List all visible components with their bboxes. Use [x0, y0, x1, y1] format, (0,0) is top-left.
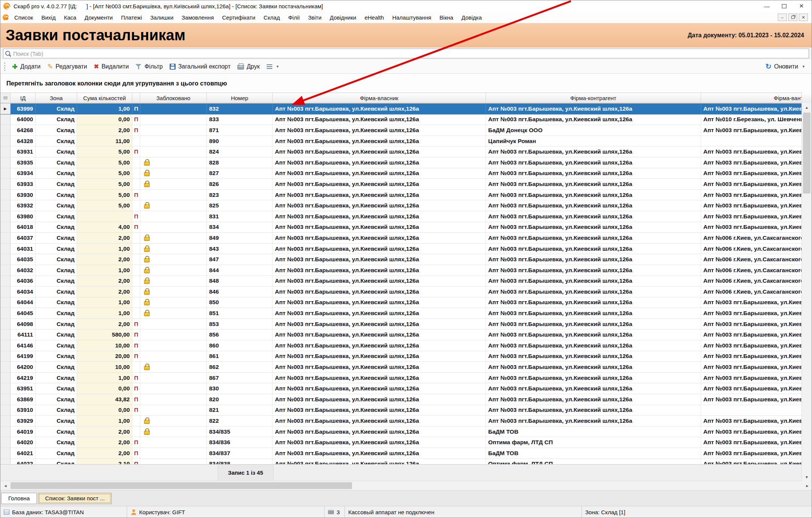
cell-qty: 4,00 — [77, 222, 132, 233]
menu-item-9[interactable]: Філії — [284, 14, 304, 21]
export-button[interactable]: Загальний експорт — [166, 62, 234, 72]
table-row[interactable]: 64032Склад1,00844Апт №003 пгт.Барышевка,… — [0, 265, 802, 276]
cell-qty: 2,00 — [77, 254, 132, 265]
refresh-button[interactable]: ↻Оновити▼ — [762, 61, 809, 72]
vertical-scroll-thumb[interactable] — [803, 113, 810, 193]
scroll-left-button[interactable]: ◄ — [0, 481, 11, 490]
table-row[interactable]: 64036Склад2,00848Апт №003 пгт.Барышевка,… — [0, 276, 802, 287]
table-row[interactable]: 64000Склад0,00П833Апт №003 пгт.Барышевка… — [0, 114, 802, 125]
cell-qty: 5,00 — [77, 200, 132, 211]
table-row[interactable]: 63980СкладП831Апт №003 пгт.Барышевка, ул… — [0, 211, 802, 222]
menu-item-3[interactable]: Документи — [80, 14, 117, 21]
column-header-5[interactable]: Номер — [207, 93, 273, 103]
cell-number: 832 — [207, 104, 273, 114]
table-row[interactable]: 63932Склад5,00825Апт №003 пгт.Барышевка,… — [0, 200, 802, 211]
lock-icon — [144, 269, 150, 273]
scroll-right-button[interactable]: ► — [802, 481, 812, 490]
table-row[interactable]: 63910Склад0,00П821Апт №003 пгт.Барышевка… — [0, 405, 802, 416]
mdi-minimize-button[interactable]: – — [778, 14, 787, 21]
cell-number: 834/838 — [207, 459, 273, 464]
scroll-up-button[interactable]: ▲ — [802, 103, 812, 112]
edit-button[interactable]: ✎Редагувати — [44, 62, 91, 72]
table-row[interactable]: 64098Склад2,00П853Апт №003 пгт.Барышевка… — [0, 319, 802, 330]
close-button[interactable]: ✕ — [793, 1, 810, 11]
column-header-0[interactable]: ІД — [11, 93, 36, 103]
table-row[interactable]: 63930Склад5,00П823Апт №003 пгт.Барышевка… — [0, 190, 802, 201]
table-row[interactable]: 64111Склад580,00П856Апт №003 пгт.Барышев… — [0, 329, 802, 340]
mdi-window-controls: – ✕ — [778, 14, 809, 21]
menu-item-4[interactable]: Платежі — [117, 14, 146, 21]
menu-item-12[interactable]: eHealth — [360, 14, 388, 21]
menu-item-6[interactable]: Замовлення — [178, 14, 218, 21]
cell-posted — [132, 244, 140, 254]
table-row[interactable]: 64044Склад1,00850Апт №003 пгт.Барышевка,… — [0, 297, 802, 308]
table-row[interactable]: 63935Склад5,00828Апт №003 пгт.Барышевка,… — [0, 157, 802, 168]
column-header-4[interactable]: Заблоковано — [140, 93, 207, 103]
table-row[interactable]: 64034Склад2,00846Апт №003 пгт.Барышевка,… — [0, 286, 802, 297]
toolbar-grip[interactable] — [4, 62, 6, 71]
tab-golovna[interactable]: Головна — [1, 493, 37, 504]
cell-number: 844 — [207, 265, 273, 276]
table-row[interactable]: 64019Склад2,00834/835Апт №003 пгт.Барыше… — [0, 427, 802, 437]
column-header-1[interactable]: Зона — [36, 93, 77, 103]
table-row[interactable]: ▶63999Склад1,00П832Апт №003 пгт.Барышевк… — [0, 104, 802, 114]
table-row[interactable]: 63933Склад5,00826Апт №003 пгт.Барышевка,… — [0, 179, 802, 190]
mdi-close-button[interactable]: ✕ — [799, 14, 808, 21]
table-row[interactable]: 63934Склад5,00827Апт №003 пгт.Барышевка,… — [0, 168, 802, 179]
table-row[interactable]: 63931Склад5,00П824Апт №003 пгт.Барышевка… — [0, 146, 802, 157]
maximize-button[interactable] — [776, 1, 793, 11]
delete-button[interactable]: ✖Видалити — [91, 62, 132, 72]
menu-item-15[interactable]: Довідка — [457, 14, 486, 21]
tab-zayavky-list[interactable]: Список: Заявки пост ... — [38, 493, 112, 504]
menu-item-10[interactable]: Звіти — [304, 14, 326, 21]
cell-contragent: Апт №003 пгт.Барышевка, ул.Киевский шлях… — [486, 297, 701, 308]
table-row[interactable]: 64037Склад2,00849Апт №003 пгт.Барышевка,… — [0, 233, 802, 244]
table-row[interactable]: 64021Склад2,00П834/837Апт №003 пгт.Барыш… — [0, 448, 802, 459]
filter-button[interactable]: Фільтр — [132, 62, 166, 72]
cell-zone: Склад — [36, 125, 77, 136]
cell-id: 64035 — [11, 254, 36, 265]
menu-item-5[interactable]: Залишки — [146, 14, 178, 21]
table-row[interactable]: 64035Склад2,00847Апт №003 пгт.Барышевка,… — [0, 254, 802, 265]
table-row[interactable]: 64328Склад11,00890Апт №003 пгт.Барышевка… — [0, 136, 802, 147]
view-options-button[interactable]: ▼ — [263, 63, 283, 70]
menu-item-1[interactable]: Вихід — [37, 14, 60, 21]
menu-item-2[interactable]: Каса — [60, 14, 80, 21]
menu-item-7[interactable]: Сертифікати — [218, 14, 260, 21]
column-header-3[interactable] — [132, 93, 140, 103]
table-row[interactable]: 64199Склад20,00П861Апт №003 пгт.Барышевк… — [0, 351, 802, 362]
menu-item-8[interactable]: Склад — [260, 14, 284, 21]
minimize-button[interactable]: — — [758, 1, 776, 11]
column-header-6[interactable]: Фірма-власник — [273, 93, 486, 103]
cell-owner: Апт №003 пгт.Барышевка, ул.Киевский шлях… — [273, 373, 486, 383]
menu-item-0[interactable]: Список — [10, 14, 37, 21]
table-row[interactable]: 64045Склад1,00851Апт №003 пгт.Барышевка,… — [0, 308, 802, 319]
column-header-7[interactable]: Фірма-контрагент — [486, 93, 701, 103]
table-row[interactable]: 63929Склад1,00822Апт №003 пгт.Барышевка,… — [0, 416, 802, 427]
table-row[interactable]: 64219Склад1,00П867Апт №003 пгт.Барышевка… — [0, 373, 802, 384]
cell-id: 64020 — [11, 437, 36, 448]
add-button[interactable]: Додати — [9, 62, 44, 72]
grid-corner-cell[interactable] — [0, 93, 11, 103]
table-row[interactable]: 63951Склад0,00П830Апт №003 пгт.Барышевка… — [0, 383, 802, 394]
table-row[interactable]: 64018Склад4,00П834Апт №003 пгт.Барышевка… — [0, 222, 802, 233]
horizontal-scroll-thumb[interactable] — [11, 482, 352, 489]
cell-id: 63933 — [11, 179, 36, 189]
menu-item-14[interactable]: Вікна — [436, 14, 458, 21]
mdi-restore-button[interactable] — [788, 14, 797, 21]
search-input[interactable] — [13, 50, 809, 57]
menu-item-11[interactable]: Довідники — [326, 14, 360, 21]
table-row[interactable]: 64268Склад2,00П871Апт №003 пгт.Барышевка… — [0, 125, 802, 136]
menu-item-13[interactable]: Налаштування — [388, 14, 436, 21]
table-row[interactable]: 64200Склад10,00862Апт №003 пгт.Барышевка… — [0, 362, 802, 373]
column-header-8[interactable]: Фірма-вантажоодержувач — [701, 93, 802, 103]
table-row[interactable]: 64031Склад1,00843Апт №003 пгт.Барышевка,… — [0, 244, 802, 254]
table-row[interactable]: 64146Склад10,00П860Апт №003 пгт.Барышевк… — [0, 340, 802, 351]
table-row[interactable]: 64022Склад2,10П834/838Апт №003 пгт.Барыш… — [0, 459, 802, 464]
table-row[interactable]: 63869Склад43,82П820Апт №003 пгт.Барышевк… — [0, 394, 802, 405]
column-header-2[interactable]: Сума кількостей — [77, 93, 132, 103]
cell-posted: П — [132, 222, 140, 233]
scroll-down-button[interactable]: ▼ — [802, 472, 812, 481]
table-row[interactable]: 64020Склад2,00П834/836Апт №003 пгт.Барыш… — [0, 437, 802, 448]
print-button[interactable]: Друк — [234, 62, 263, 72]
